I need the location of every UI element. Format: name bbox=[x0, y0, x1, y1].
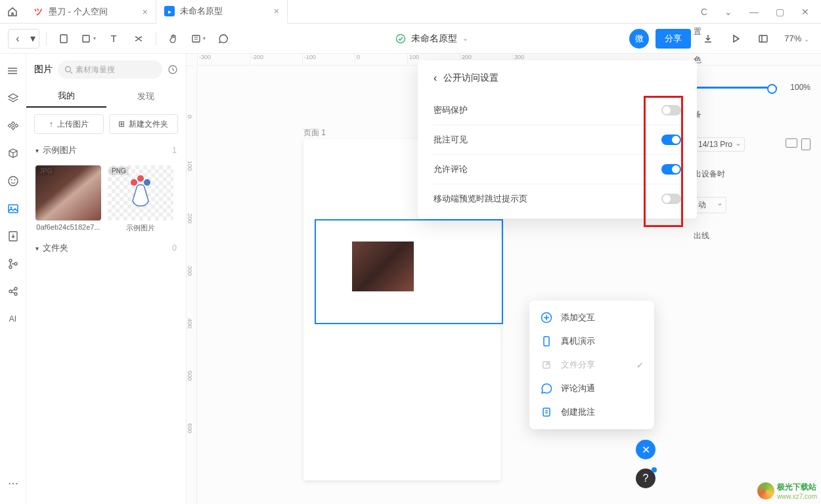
close-icon[interactable]: × bbox=[143, 7, 148, 17]
hand-icon[interactable] bbox=[163, 28, 184, 49]
setting-label: 移动端预览时跳过提示页 bbox=[433, 193, 527, 205]
image-icon[interactable] bbox=[5, 201, 21, 217]
thumbnail-item[interactable]: JPG 0af6eb24c5182e7... bbox=[35, 165, 101, 233]
opacity-value: 100% bbox=[790, 83, 810, 92]
micro-badge[interactable]: 微 bbox=[629, 29, 649, 49]
svg-point-18 bbox=[10, 207, 12, 209]
svg-point-26 bbox=[66, 66, 71, 72]
close-icon[interactable]: × bbox=[274, 6, 279, 16]
svg-rect-1 bbox=[83, 35, 89, 42]
illustration-icon bbox=[121, 173, 160, 213]
home-icon[interactable] bbox=[0, 0, 25, 24]
format-badge: PNG bbox=[109, 167, 129, 175]
modal-header: ‹ 公开访问设置 bbox=[433, 72, 681, 84]
folder-plus-icon: ⊞ bbox=[118, 119, 125, 129]
upload-image-button[interactable]: ↑上传图片 bbox=[34, 114, 104, 134]
sidebar-header: 图片 素材海量搜 bbox=[26, 54, 186, 85]
menu-create-note[interactable]: 创建批注 bbox=[529, 400, 654, 424]
device-select[interactable]: 14/13 Pro bbox=[694, 137, 745, 152]
selection-outline[interactable] bbox=[315, 219, 503, 324]
svg-point-14 bbox=[9, 177, 18, 186]
tab-label: 墨刀 - 个人空间 bbox=[49, 6, 108, 18]
comment-tool-icon[interactable] bbox=[213, 28, 234, 49]
svg-rect-2 bbox=[192, 35, 200, 42]
ai-button[interactable]: AI bbox=[5, 311, 21, 327]
toggle-comments[interactable] bbox=[661, 164, 681, 175]
menu-live-preview[interactable]: 真机演示 bbox=[529, 329, 654, 353]
document-title[interactable]: 未命名原型 ⌄ bbox=[238, 33, 625, 45]
svg-point-22 bbox=[14, 262, 17, 265]
format-badge: JPG bbox=[37, 167, 55, 175]
browser-tab-workspace[interactable]: ツ 墨刀 - 个人空间 × bbox=[25, 0, 156, 24]
artboard-label[interactable]: 页面 1 bbox=[303, 127, 326, 138]
svg-rect-35 bbox=[543, 408, 550, 416]
share-nodes-icon[interactable] bbox=[5, 284, 21, 299]
import-icon[interactable] bbox=[5, 228, 21, 244]
watermark-logo-icon bbox=[757, 482, 774, 499]
cube-icon[interactable] bbox=[5, 146, 21, 161]
note-icon bbox=[540, 406, 553, 419]
setting-skip-mobile-hint: 移动端预览时跳过提示页 bbox=[433, 184, 681, 213]
upload-icon: ↑ bbox=[49, 119, 53, 129]
thumbnail-item[interactable]: PNG 示例图片 bbox=[108, 165, 173, 233]
menu-file-share[interactable]: 文件分享 ✓ bbox=[529, 353, 654, 377]
close-fab[interactable]: ✕ bbox=[636, 440, 655, 459]
page-icon[interactable] bbox=[53, 28, 74, 49]
back-icon[interactable]: ‹ bbox=[433, 72, 437, 84]
toggle-annotations[interactable] bbox=[661, 135, 681, 145]
menu-comments[interactable]: 评论沟通 bbox=[529, 377, 654, 400]
branch-icon[interactable] bbox=[5, 256, 21, 272]
shape-icon[interactable]: ▾ bbox=[78, 28, 99, 49]
overflow-select[interactable]: 动 bbox=[694, 197, 726, 213]
more-icon[interactable]: ⋯ bbox=[5, 475, 21, 491]
sidebar-tabs: 我的 发现 bbox=[26, 85, 186, 108]
menu-add-interaction[interactable]: 添加交互 bbox=[529, 306, 654, 329]
text-icon[interactable]: T bbox=[103, 28, 124, 49]
image-sidebar: 图片 素材海量搜 我的 发现 ↑上传图片 ⊞新建文件夹 ▾ 示例图片 1 JPG bbox=[26, 54, 187, 504]
comment-icon bbox=[540, 382, 553, 395]
outline-icon[interactable] bbox=[5, 63, 21, 79]
help-fab[interactable]: ? bbox=[636, 469, 655, 488]
svg-point-20 bbox=[9, 259, 12, 262]
history-icon[interactable] bbox=[167, 64, 178, 75]
modal-title: 公开访问设置 bbox=[443, 72, 499, 84]
context-menu: 添加交互 真机演示 文件分享 ✓ 评论沟通 创建批注 bbox=[529, 301, 654, 429]
browser-tab-prototype[interactable]: ▸ 未命名原型 × bbox=[156, 0, 288, 24]
check-icon: ✓ bbox=[636, 360, 644, 370]
tab-mine[interactable]: 我的 bbox=[26, 85, 106, 108]
divider bbox=[156, 32, 156, 45]
connector-icon[interactable] bbox=[128, 28, 149, 49]
back-icon[interactable]: ‹ bbox=[9, 30, 27, 48]
setting-password-protect: 密码保护 bbox=[433, 96, 681, 125]
toggle-password[interactable] bbox=[661, 105, 681, 116]
thumb-label: 示例图片 bbox=[108, 223, 173, 233]
opacity-slider[interactable] bbox=[694, 87, 777, 89]
left-rail: AI ⋯ bbox=[0, 54, 26, 504]
note-tool-icon[interactable]: ▾ bbox=[188, 28, 209, 49]
doc-title-text: 未命名原型 bbox=[411, 33, 457, 45]
public-access-modal: ‹ 公开访问设置 密码保护 批注可见 允许评论 移动端预览时跳过提示页 bbox=[418, 60, 697, 219]
phone-icon bbox=[540, 335, 553, 348]
toggle-skip-hint[interactable] bbox=[661, 194, 681, 204]
tab-discover[interactable]: 发现 bbox=[106, 85, 187, 108]
search-icon bbox=[64, 66, 73, 74]
main-area: AI ⋯ 图片 素材海量搜 我的 发现 ↑上传图片 ⊞新建文件夹 ▾ 示例图片 … bbox=[0, 54, 821, 504]
emoji-icon[interactable] bbox=[5, 173, 21, 189]
svg-point-29 bbox=[131, 179, 137, 186]
chevron-down-icon[interactable]: ▾ bbox=[27, 30, 39, 48]
example-images-section[interactable]: ▾ 示例图片 1 bbox=[26, 140, 186, 160]
layers-icon[interactable] bbox=[5, 91, 21, 106]
svg-point-11 bbox=[8, 68, 9, 69]
components-icon[interactable] bbox=[5, 118, 21, 134]
modao-favicon-icon: ツ bbox=[33, 7, 43, 17]
properties-panel: 置 色 100% 备 14/13 Pro 出设备时 动 出线 bbox=[683, 0, 821, 450]
chevron-down-icon[interactable]: ⌄ bbox=[462, 34, 468, 43]
orientation-toggle[interactable] bbox=[786, 138, 810, 150]
sidebar-actions: ↑上传图片 ⊞新建文件夹 bbox=[26, 108, 186, 140]
svg-rect-33 bbox=[544, 337, 549, 346]
material-search-input[interactable]: 素材海量搜 bbox=[58, 60, 162, 79]
setting-label: 密码保护 bbox=[433, 104, 468, 116]
new-folder-button[interactable]: ⊞新建文件夹 bbox=[109, 114, 179, 134]
check-circle-icon bbox=[395, 33, 406, 44]
folder-section[interactable]: ▾ 文件夹 0 bbox=[26, 238, 186, 258]
